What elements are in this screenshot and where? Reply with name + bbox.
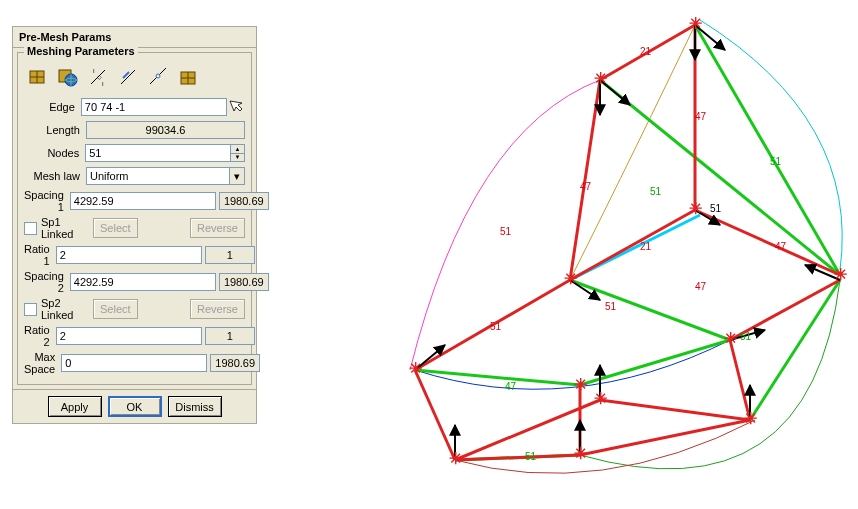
svg-text:✳: ✳	[724, 330, 737, 347]
svg-text:I: I	[102, 81, 104, 87]
group-label: Meshing Parameters	[24, 45, 138, 57]
meshlaw-label: Mesh law	[24, 170, 86, 182]
meshing-parameters-group: Meshing Parameters I◇I Edge	[17, 52, 252, 385]
svg-text:✳: ✳	[834, 266, 847, 283]
svg-text:✳: ✳	[744, 410, 757, 427]
svg-text:51: 51	[710, 203, 722, 214]
svg-text:✳: ✳	[449, 450, 462, 467]
edge-num: 51	[740, 331, 752, 342]
nodes-label: Nodes	[24, 147, 85, 159]
ok-button[interactable]: OK	[108, 396, 162, 417]
edge-num: 51	[490, 321, 502, 332]
svg-text:✳: ✳	[574, 445, 587, 462]
sp2-select-button: Select	[93, 299, 138, 319]
ratio1-input[interactable]	[56, 246, 202, 264]
svg-line-35	[730, 340, 750, 420]
edge-label: Edge	[24, 101, 81, 113]
spacing1-input[interactable]	[70, 192, 216, 210]
sp1-linked-checkbox[interactable]	[24, 222, 37, 235]
mesh-globe-icon[interactable]	[54, 63, 82, 91]
svg-line-38	[600, 400, 750, 420]
edge-spacing-icon[interactable]: I◇I	[84, 63, 112, 91]
edge-num: 47	[505, 381, 517, 392]
svg-line-28	[695, 210, 840, 275]
mesh-viewport[interactable]: ✳✳ ✳✳ ✳✳ ✳✳ ✳✳ ✳✳ 21 47 47 51 51 51 47 4…	[300, 0, 858, 509]
svg-line-21	[580, 340, 730, 385]
sp1-reverse-button: Reverse	[190, 218, 245, 238]
edge-num: 51	[770, 156, 782, 167]
edge-num: 47	[580, 181, 592, 192]
svg-text:✳: ✳	[594, 70, 607, 87]
maxspace-input[interactable]	[61, 354, 207, 372]
length-label: Length	[24, 124, 86, 136]
svg-text:✳: ✳	[594, 390, 607, 407]
svg-text:✳: ✳	[689, 200, 702, 217]
edge-num: 47	[775, 241, 787, 252]
spacing1-ref: 1980.69	[219, 192, 269, 210]
dismiss-button[interactable]: Dismiss	[168, 396, 222, 417]
svg-text:✳: ✳	[574, 376, 587, 393]
svg-line-34	[580, 420, 750, 455]
edge-match-icon[interactable]	[114, 63, 142, 91]
edge-input[interactable]	[81, 98, 227, 116]
meshlaw-select[interactable]: Uniform ▾	[86, 167, 245, 185]
edge-num: 21	[640, 46, 652, 57]
pick-edge-icon[interactable]	[227, 99, 245, 115]
edge-num: 51	[650, 186, 662, 197]
nodes-spinner[interactable]: ▲▼	[231, 144, 245, 162]
svg-text:✳: ✳	[409, 360, 422, 377]
ratio2-label: Ratio 2	[24, 324, 56, 348]
spacing1-label: Spacing 1	[24, 189, 70, 213]
edge-link-icon[interactable]	[144, 63, 172, 91]
sp2-linked-label: Sp2 Linked	[41, 297, 93, 321]
svg-text:✳: ✳	[689, 15, 702, 32]
edge-num: 51	[525, 451, 537, 462]
length-value: 99034.6	[86, 121, 245, 139]
edge-num: 51	[605, 301, 617, 312]
ratio1-ref: 1	[205, 246, 255, 264]
mesh-block-icon[interactable]	[24, 63, 52, 91]
spacing2-ref: 1980.69	[219, 273, 269, 291]
svg-line-12	[159, 68, 166, 75]
svg-text:✳: ✳	[564, 270, 577, 287]
svg-text:I: I	[93, 68, 95, 74]
edge-num: 21	[640, 241, 652, 252]
svg-line-23	[750, 280, 840, 420]
svg-point-13	[156, 74, 160, 78]
ratio2-ref: 1	[205, 327, 255, 345]
sp2-linked-checkbox[interactable]	[24, 303, 37, 316]
chevron-down-icon: ▾	[229, 168, 244, 184]
sp1-linked-label: Sp1 Linked	[41, 216, 93, 240]
edge-num: 51	[500, 226, 512, 237]
ratio2-input[interactable]	[56, 327, 202, 345]
spacing2-label: Spacing 2	[24, 270, 70, 294]
sp2-reverse-button: Reverse	[190, 299, 245, 319]
svg-line-11	[150, 77, 157, 84]
edge-num: 47	[695, 281, 707, 292]
ratio1-label: Ratio 1	[24, 243, 56, 267]
svg-line-18	[695, 25, 840, 275]
toolbar: I◇I	[24, 63, 245, 91]
dialog-buttons: Apply OK Dismiss	[13, 389, 256, 423]
edge-num: 47	[695, 111, 707, 122]
apply-button[interactable]: Apply	[48, 396, 102, 417]
nodes-input[interactable]	[85, 144, 231, 162]
svg-line-32	[455, 455, 580, 460]
svg-text:◇: ◇	[97, 74, 102, 80]
svg-line-31	[415, 370, 455, 460]
maxspace-ref: 1980.69	[210, 354, 260, 372]
svg-line-29	[570, 210, 695, 280]
maxspace-label: Max Space	[24, 351, 61, 375]
mesh-block-alt-icon[interactable]	[174, 63, 202, 91]
sp1-select-button: Select	[93, 218, 138, 238]
spacing2-input[interactable]	[70, 273, 216, 291]
pre-mesh-params-dialog: Pre-Mesh Params Meshing Parameters I◇I	[12, 26, 257, 424]
